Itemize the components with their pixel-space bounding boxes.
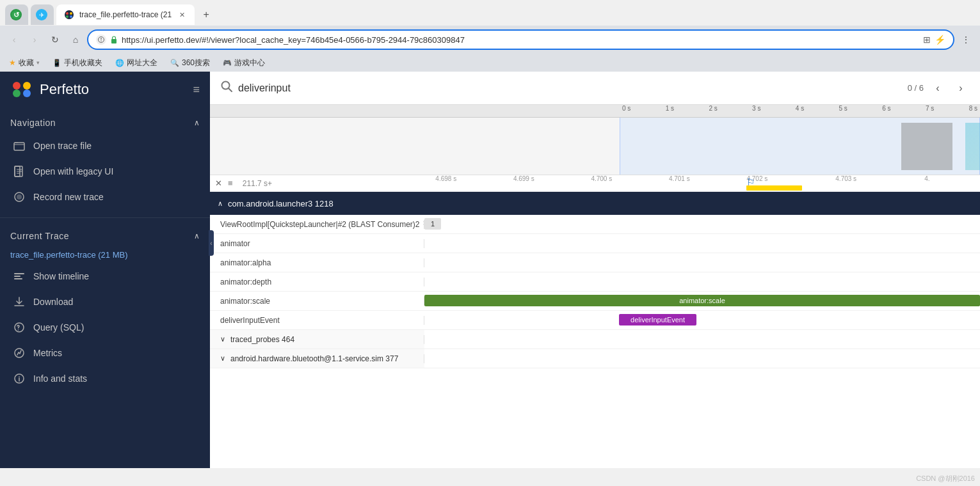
translate-icon[interactable]: ⊞ bbox=[923, 35, 931, 45]
bookmark-360[interactable]: 🔍 360搜索 bbox=[166, 56, 214, 70]
current-trace-section-header[interactable]: Current Trace ∧ bbox=[0, 226, 210, 246]
tick-5s: 5 s bbox=[839, 105, 847, 112]
search-icon bbox=[220, 80, 233, 96]
tab-bar: ↺ ✈ trace_file.perfetto-trace (21 ✕ + bbox=[0, 0, 980, 26]
bookmark-favorites[interactable]: ★ 收藏 ▾ bbox=[5, 56, 44, 70]
bookmark-urls[interactable]: 🌐 网址大全 bbox=[111, 56, 161, 70]
track-canvas-animator-alpha[interactable] bbox=[424, 253, 980, 272]
track-label-viewroot: ViewRootImpl[QuickstepLauncher|#2 (BLAST… bbox=[210, 220, 424, 229]
svg-point-11 bbox=[13, 90, 20, 97]
home-button[interactable]: ⌂ bbox=[67, 31, 84, 49]
svg-point-1 bbox=[66, 12, 68, 15]
main-content: 0 / 6 ‹ › 0 s 1 s 2 s 3 s 4 s 5 s 6 s 7 … bbox=[210, 72, 980, 468]
new-tab-button[interactable]: + bbox=[197, 6, 215, 24]
folder-icon bbox=[13, 139, 26, 152]
lock-icon bbox=[110, 36, 118, 43]
tab-close-button[interactable]: ✕ bbox=[177, 10, 187, 20]
tab-title: trace_file.perfetto-trace (21 bbox=[79, 10, 172, 19]
svg-point-2 bbox=[70, 12, 72, 15]
overview-gray-1 bbox=[901, 123, 952, 170]
app: Perfetto ≡ Navigation ∧ Open trace file … bbox=[0, 72, 980, 468]
navigation-section-header[interactable]: Navigation ∧ bbox=[0, 113, 210, 133]
divider-1 bbox=[0, 217, 210, 218]
timeline-icon bbox=[13, 270, 26, 283]
sidebar-item-open-trace[interactable]: Open trace file bbox=[0, 133, 210, 159]
list-icon[interactable]: ≡ bbox=[228, 178, 233, 188]
track-canvas-bluetooth[interactable] bbox=[424, 349, 980, 368]
download-label: Download bbox=[33, 297, 73, 307]
track-bar: 1 bbox=[424, 218, 441, 230]
track-canvas-animator[interactable] bbox=[424, 234, 980, 253]
time-detail-ruler: ✕ ≡ 211.7 s+ 4.698 s 4.699 s 4.700 s 4.7… bbox=[210, 175, 980, 192]
track-label-animator: animator bbox=[210, 239, 424, 248]
track-group-header[interactable]: ∧ com.android.launcher3 1218 bbox=[210, 192, 980, 215]
track-canvas-viewroot[interactable]: 1 bbox=[424, 215, 980, 233]
track-canvas-traced[interactable] bbox=[424, 330, 980, 349]
inactive-tab[interactable]: ↺ bbox=[5, 4, 28, 25]
search-next-button[interactable]: › bbox=[952, 79, 970, 97]
search-count: 0 / 6 bbox=[908, 83, 924, 93]
hamburger-button[interactable]: ≡ bbox=[193, 83, 200, 97]
logo-text: Perfetto bbox=[40, 81, 89, 98]
tick-7s: 7 s bbox=[926, 105, 934, 112]
open-trace-label: Open trace file bbox=[33, 141, 92, 151]
search-input[interactable] bbox=[238, 82, 903, 94]
sidebar-item-query-sql[interactable]: Query (SQL) bbox=[0, 315, 210, 340]
track-list: ∧ com.android.launcher3 1218 ViewRootImp… bbox=[210, 192, 980, 468]
url-input[interactable] bbox=[122, 35, 919, 45]
overview-canvas[interactable]: ⚐ bbox=[210, 118, 980, 175]
track-label-animator-depth: animator:depth bbox=[210, 278, 424, 286]
time-ruler-label: ✕ ≡ 211.7 s+ bbox=[210, 178, 424, 188]
tick-0s: 0 s bbox=[622, 105, 631, 112]
bookmark-games[interactable]: 🎮 游戏中心 bbox=[219, 56, 269, 70]
sidebar-toggle[interactable]: ‹ bbox=[209, 230, 210, 256]
track-canvas-deliver[interactable]: deliverInputEvent bbox=[424, 311, 980, 329]
timeline-overview[interactable]: 0 s 1 s 2 s 3 s 4 s 5 s 6 s 7 s 8 s bbox=[210, 105, 980, 175]
address-bar-wrap: ⊞ ⚡ bbox=[87, 29, 954, 50]
table-row: ∨ traced_probes 464 bbox=[210, 330, 980, 349]
menu-button[interactable]: ⋮ bbox=[957, 31, 975, 49]
svg-rect-8 bbox=[111, 39, 116, 43]
record-trace-label: Record new trace bbox=[33, 192, 104, 202]
track-canvas-animator-scale[interactable]: animator:scale bbox=[424, 292, 980, 310]
search-prev-button[interactable]: ‹ bbox=[929, 79, 947, 97]
tick-4s: 4 s bbox=[796, 105, 804, 112]
site-info-icon[interactable] bbox=[96, 35, 106, 45]
svg-point-0 bbox=[65, 10, 74, 19]
forward-button[interactable]: › bbox=[26, 31, 44, 49]
close-icon[interactable]: ✕ bbox=[215, 178, 222, 188]
reload-button[interactable]: ↻ bbox=[46, 31, 64, 49]
metrics-label: Metrics bbox=[33, 348, 62, 358]
svg-point-12 bbox=[23, 90, 31, 97]
download-icon bbox=[13, 295, 26, 308]
track-canvas-animator-depth[interactable] bbox=[424, 272, 980, 291]
sidebar-item-record-trace[interactable]: Record new trace bbox=[0, 184, 210, 210]
sidebar-item-show-timeline[interactable]: Show timeline bbox=[0, 263, 210, 289]
perfetto-logo bbox=[10, 78, 33, 101]
tick-1s: 1 s bbox=[666, 105, 674, 112]
sidebar-item-legacy-ui[interactable]: Open with legacy UI bbox=[0, 159, 210, 184]
track-label-animator-alpha: animator:alpha bbox=[210, 258, 424, 267]
file-icon bbox=[13, 165, 26, 178]
bookmark-mobile[interactable]: 📱 手机收藏夹 bbox=[49, 56, 106, 70]
sidebar-item-info-stats[interactable]: Info and stats bbox=[0, 366, 210, 391]
telegram-tab[interactable]: ✈ bbox=[31, 4, 54, 25]
sidebar-item-download[interactable]: Download bbox=[0, 289, 210, 315]
table-row: ViewRootImpl[QuickstepLauncher|#2 (BLAST… bbox=[210, 215, 980, 234]
lightning-icon[interactable]: ⚡ bbox=[935, 35, 945, 45]
back-button[interactable]: ‹ bbox=[5, 31, 23, 49]
svg-point-10 bbox=[23, 82, 31, 90]
sidebar-item-metrics[interactable]: Metrics bbox=[0, 340, 210, 366]
active-tab[interactable]: trace_file.perfetto-trace (21 ✕ bbox=[56, 4, 195, 25]
track-label-bluetooth[interactable]: ∨ android.hardware.bluetooth@1.1-service… bbox=[210, 354, 424, 363]
table-row: deliverInputEvent deliverInputEvent bbox=[210, 311, 980, 330]
table-row: ∨ android.hardware.bluetooth@1.1-service… bbox=[210, 349, 980, 368]
table-row: animator bbox=[210, 234, 980, 253]
current-trace-filename: trace_file.perfetto-trace (21 MB) bbox=[0, 246, 210, 263]
track-label-traced[interactable]: ∨ traced_probes 464 bbox=[210, 335, 424, 344]
ruler-ticks: 0 s 1 s 2 s 3 s 4 s 5 s 6 s 7 s 8 s bbox=[620, 105, 980, 112]
track-label-animator-scale: animator:scale bbox=[210, 297, 424, 306]
track-bar-deliver: deliverInputEvent bbox=[619, 314, 697, 325]
table-row: animator:depth bbox=[210, 272, 980, 292]
sidebar: Perfetto ≡ Navigation ∧ Open trace file … bbox=[0, 72, 210, 468]
